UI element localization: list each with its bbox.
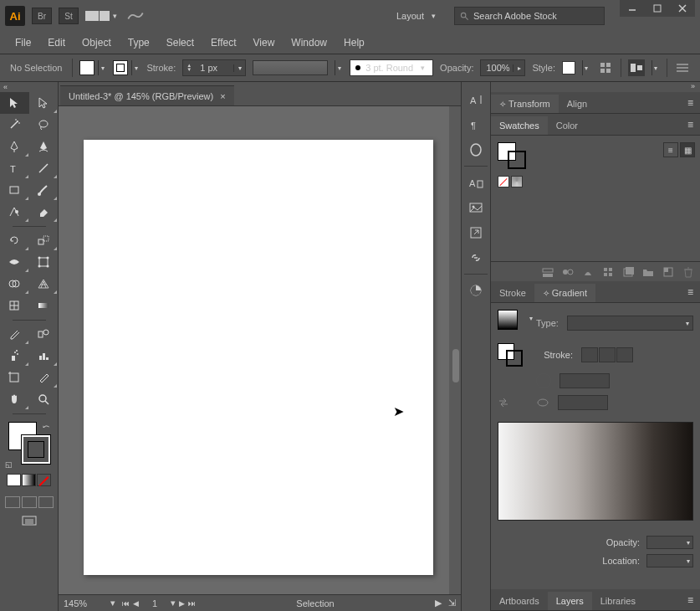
direct-selection-tool[interactable] [29,92,59,114]
workspace-switcher[interactable]: Layout ▾ [387,7,447,25]
links-panel-icon[interactable] [464,245,488,270]
show-kinds-icon[interactable] [561,265,575,279]
menu-window[interactable]: Window [283,33,335,52]
style-dropdown[interactable]: ▾ [582,60,590,75]
last-artboard-icon[interactable]: ⏭ [188,599,196,608]
tab-artboards[interactable]: Artboards [491,592,548,610]
reverse-gradient-icon[interactable] [498,397,509,408]
first-artboard-icon[interactable]: ⏮ [122,599,130,608]
stroke-weight-field[interactable]: ▲▼ 1 px ▾ [182,59,246,76]
new-icon[interactable] [662,265,675,279]
aspect-ratio-icon[interactable] [536,397,549,408]
type-tool[interactable]: T [0,157,29,179]
chevron-right-icon[interactable]: ▸ [513,64,524,72]
tab-layers[interactable]: Layers [548,592,592,610]
eyedropper-tool[interactable] [0,323,29,345]
fill-stroke-control[interactable]: ⤺ ◱ [5,420,53,469]
panel-collapse-icon[interactable]: « [0,82,58,92]
chevron-down-icon[interactable]: ▾ [110,598,115,608]
panel-menu-icon[interactable]: ≡ [681,282,700,302]
lasso-tool[interactable] [29,114,59,136]
scrollbar-thumb[interactable] [452,349,459,383]
rectangle-tool[interactable] [0,179,29,201]
zoom-level[interactable]: 145% [64,598,104,608]
variable-width-profile[interactable] [253,60,328,75]
menu-select[interactable]: Select [158,33,202,52]
angle-icon[interactable] [536,373,551,388]
angle-field[interactable] [559,373,610,388]
library-menu-icon[interactable] [541,265,554,279]
swatches-fill-stroke[interactable] [498,142,531,171]
brush-definition[interactable]: 3 pt. Round ▾ [350,59,433,76]
graphic-style-swatch[interactable] [562,61,575,74]
bridge-button[interactable]: Br [32,8,52,24]
minimize-button[interactable] [620,0,645,17]
stroke-grad-3[interactable] [616,347,633,362]
paintbrush-tool[interactable] [29,179,59,201]
tab-gradient[interactable]: ✧Gradient [534,284,595,302]
stock-button[interactable]: St [59,8,79,24]
close-icon[interactable]: × [220,91,225,101]
menu-file[interactable]: File [7,33,39,52]
eraser-tool[interactable] [29,201,59,223]
paragraph-panel-icon[interactable]: ¶ [464,112,488,137]
chevron-down-icon[interactable]: ▾ [529,315,533,322]
preferences-icon[interactable] [674,59,691,76]
gpu-preview-icon[interactable] [126,10,145,22]
swatch-options-icon[interactable] [581,265,595,279]
recolor-icon[interactable] [597,59,614,76]
tab-libraries[interactable]: Libraries [592,592,644,610]
draw-normal[interactable] [5,496,20,508]
close-button[interactable] [670,0,695,17]
draw-behind[interactable] [22,496,37,508]
swatch-registration[interactable] [511,176,523,187]
screen-mode[interactable] [0,511,58,531]
vertical-scrollbar[interactable] [449,106,461,594]
char-styles-panel-icon[interactable]: A [464,170,488,195]
tab-swatches[interactable]: Swatches [491,116,548,135]
stop-location-field[interactable]: ▾ [646,554,693,567]
menu-edit[interactable]: Edit [39,33,74,52]
opacity-field[interactable]: 100% ▸ [480,59,525,76]
fill-swatch[interactable] [79,60,95,75]
color-mode[interactable] [7,474,21,486]
tab-transform[interactable]: ✧Transform [491,95,559,113]
selection-tool[interactable] [0,92,29,114]
new-color-group-icon[interactable] [601,265,615,279]
line-tool[interactable] [29,157,59,179]
symbol-sprayer-tool[interactable] [0,345,29,367]
menu-object[interactable]: Object [74,33,120,52]
maximize-button[interactable] [645,0,670,17]
tab-color[interactable]: Color [548,116,586,135]
app-logo[interactable]: Ai [5,6,25,26]
panel-menu-icon[interactable]: ≡ [681,115,700,135]
tab-stroke[interactable]: Stroke [491,284,534,302]
stroke-grad-1[interactable] [581,347,598,362]
chevron-down-icon[interactable]: ▾ [233,64,245,72]
list-view-icon[interactable]: ≡ [663,142,678,157]
hand-tool[interactable] [0,388,29,410]
document-tab[interactable]: Untitled-3* @ 145% (RGB/Preview) × [60,85,234,105]
rotate-tool[interactable] [0,229,29,251]
panel-expand-icon[interactable]: » [491,82,700,92]
free-transform-tool[interactable] [29,251,59,273]
prev-artboard-icon[interactable]: ◀ [133,599,139,608]
align-icon[interactable] [628,59,645,76]
default-icon[interactable]: ◱ [5,460,13,469]
width-tool[interactable] [0,251,29,273]
appearance-panel-icon[interactable] [464,278,488,303]
gradient-ramp[interactable] [498,422,693,521]
artboard[interactable] [84,140,433,575]
opentype-panel-icon[interactable] [464,137,488,162]
tab-align[interactable]: Align [559,95,595,113]
column-graph-tool[interactable] [29,345,59,367]
curvature-tool[interactable] [29,136,59,157]
stroke-grad-2[interactable] [599,347,616,362]
status-play-icon[interactable]: ▶ [435,598,442,608]
fill-dropdown[interactable]: ▾ [98,60,106,75]
new-swatch-icon[interactable] [621,265,635,279]
menu-help[interactable]: Help [335,33,373,52]
stop-opacity-field[interactable]: ▾ [646,536,693,549]
grid-view-icon[interactable]: ▦ [680,142,695,157]
align-dropdown[interactable]: ▾ [651,60,660,75]
